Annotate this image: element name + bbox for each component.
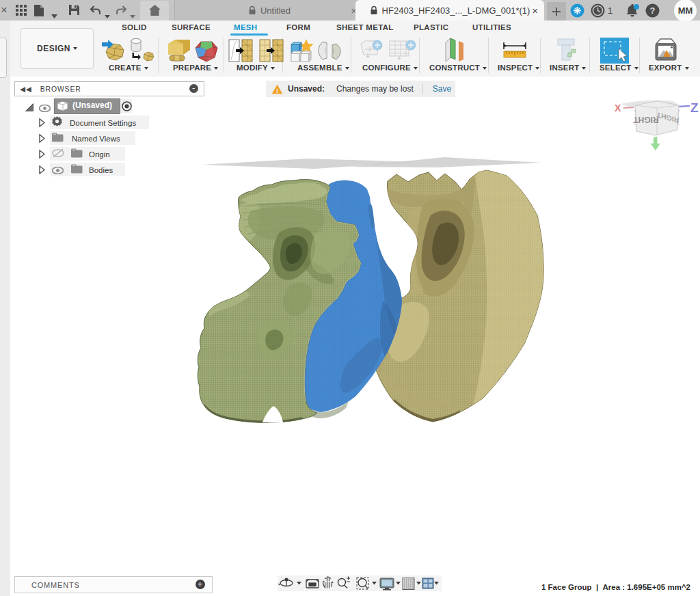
svg-text:!: ! — [276, 87, 278, 94]
svg-text:?: ? — [650, 5, 656, 16]
svg-text:RIGHT: RIGHT — [633, 115, 659, 124]
svg-text:X: X — [615, 103, 621, 113]
svg-text:Z: Z — [690, 100, 699, 115]
